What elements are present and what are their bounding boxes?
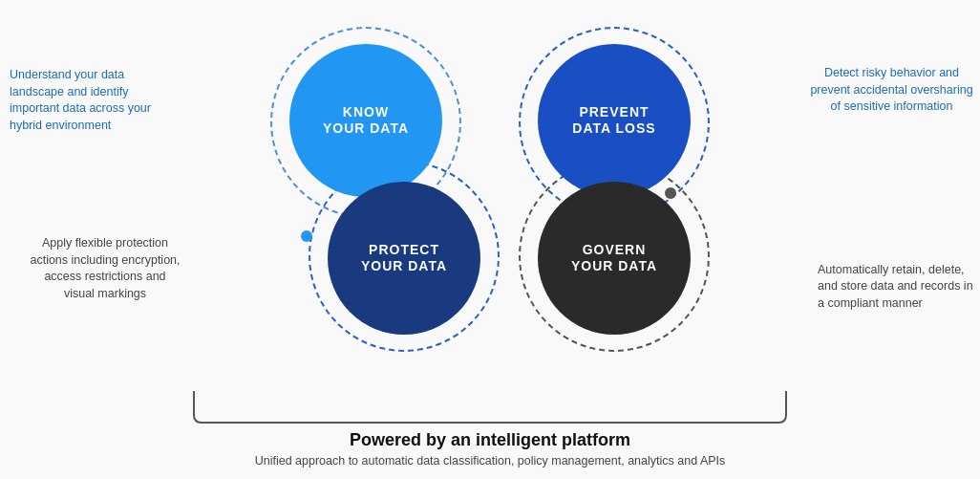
bottom-section: Powered by an intelligent platform Unifi…	[0, 379, 980, 479]
circle-prevent: PREVENT DATA LOSS	[538, 44, 691, 197]
circle-protect: PROTECT YOUR DATA	[328, 182, 480, 335]
annotation-protect: Apply flexible protection actions includ…	[29, 235, 181, 302]
main-container: Understand your data landscape and ident…	[0, 0, 980, 479]
circle-know: KNOW YOUR DATA	[289, 44, 442, 197]
footer-subtitle: Unified approach to automatic data class…	[255, 454, 726, 468]
annotation-prevent: Detect risky behavior and prevent accide…	[808, 65, 975, 116]
annotation-govern: Automatically retain, delete, and store …	[818, 262, 975, 313]
diagram-area: Understand your data landscape and ident…	[0, 0, 980, 379]
circles-wrapper: KNOW YOUR DATA PREVENT DATA LOSS PROTECT…	[242, 27, 738, 371]
annotation-know: Understand your data landscape and ident…	[10, 67, 172, 134]
bracket-svg	[184, 386, 796, 425]
dot-blue-left	[301, 230, 312, 242]
circle-govern: GOVERN YOUR DATA	[538, 182, 691, 335]
dot-dark-right	[665, 187, 676, 199]
footer-title: Powered by an intelligent platform	[350, 430, 630, 450]
